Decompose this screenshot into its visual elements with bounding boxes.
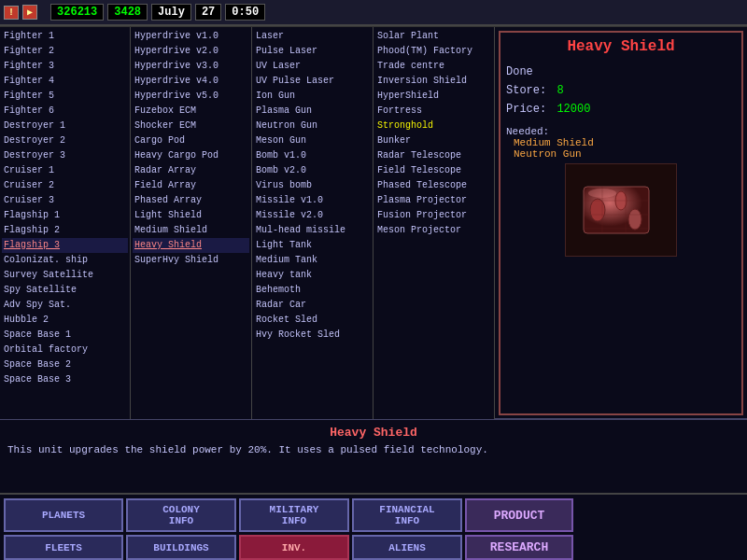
inv-button[interactable]: INV. [239,535,349,560]
ship-item[interactable]: Space Base 1 [2,328,128,343]
ship-item[interactable]: Destroyer 3 [2,148,128,163]
equipment-item[interactable]: Radar Array [133,163,249,178]
colony-info-button[interactable]: COLONYINFO [126,498,236,532]
financial-info-button[interactable]: FINANCIALINFO [352,498,462,532]
ship-item[interactable]: Cruiser 3 [2,193,128,208]
equipment-item[interactable]: Heavy Cargo Pod [133,148,249,163]
ship-item[interactable]: Spy Satellite [2,283,128,298]
weapon-item[interactable]: Neutron Gun [254,119,371,133]
weapon-item[interactable]: Missile v2.0 [254,208,371,223]
weapon-item[interactable]: Mul-head missile [254,223,371,238]
weapon-item[interactable]: Rocket Sled [254,313,371,328]
desc-title: Heavy Shield [7,426,740,440]
done-line: Done [506,63,736,81]
buildings-button[interactable]: BUILDINGS [126,535,236,560]
ship-item[interactable]: Flagship 2 [2,223,128,238]
weapon-item[interactable]: Heavy tank [254,268,371,283]
military-info-button[interactable]: MILITARYINFO [239,498,349,532]
weapon-item[interactable]: Laser [254,29,371,44]
planets-button[interactable]: PLANETS [4,498,123,532]
weapon-item[interactable]: Radar Car [254,298,371,313]
forward-button[interactable]: ▶ [22,5,37,20]
weapon-item[interactable]: Virus bomb [254,178,371,193]
weapon-item[interactable]: Medium Tank [254,253,371,268]
structure-item[interactable]: Plasma Projector [375,193,492,208]
ship-item[interactable]: Fighter 1 [2,29,128,44]
weapon-item[interactable]: UV Pulse Laser [254,74,371,89]
equipment-item[interactable]: SuperHvy Shield [133,253,249,268]
alert-button[interactable]: ! [4,6,19,20]
structure-item[interactable]: Fusion Projector [375,208,492,223]
equipment-item[interactable]: Hyperdrive v5.0 [133,89,249,104]
equipment-item[interactable]: Cargo Pod [133,133,249,148]
equipment-item[interactable]: Phased Array [133,193,249,208]
ship-item[interactable]: Destroyer 2 [2,133,128,148]
ship-item[interactable]: Colonizat. ship [2,253,128,268]
weapon-item[interactable]: Meson Gun [254,133,371,148]
weapon-item[interactable]: UV Laser [254,59,371,74]
product-button[interactable]: PRODUCT [465,498,573,532]
ship-item[interactable]: Fighter 3 [2,59,128,74]
ship-item[interactable]: Fighter 2 [2,44,128,59]
weapon-item[interactable]: Bomb v1.0 [254,148,371,163]
structure-item[interactable]: Radar Telescope [375,148,492,163]
fleets-button[interactable]: FLEETS [4,535,123,560]
equipment-item[interactable]: Heavy Shield [133,238,249,253]
weapons-list: LaserPulse LaserUV LaserUV Pulse LaserIo… [254,29,371,343]
structure-item[interactable]: Field Telescope [375,163,492,178]
weapon-item[interactable]: Behemoth [254,283,371,298]
structure-item[interactable]: Stronghold [375,119,492,133]
structure-item[interactable]: Inversion Shield [375,74,492,89]
structure-item[interactable]: Meson Projector [375,223,492,238]
equipment-item[interactable]: Shocker ECM [133,119,249,133]
ship-item[interactable]: Space Base 3 [2,372,128,387]
equipment-item[interactable]: Medium Shield [133,223,249,238]
needed-label: Needed: [506,126,736,137]
ship-item[interactable]: Destroyer 1 [2,119,128,133]
structure-item[interactable]: Solar Plant [375,29,492,44]
ship-item[interactable]: Flagship 1 [2,208,128,223]
ship-item[interactable]: Cruiser 1 [2,163,128,178]
structure-item[interactable]: Trade centre [375,59,492,74]
ship-item[interactable]: Fighter 5 [2,89,128,104]
structures-column: Solar PlantPhood(TM) FactoryTrade centre… [374,27,495,419]
equipment-item[interactable]: Hyperdrive v3.0 [133,59,249,74]
weapon-item[interactable]: Light Tank [254,238,371,253]
equipment-item[interactable]: Hyperdrive v4.0 [133,74,249,89]
research-button[interactable]: RESEARCH [465,535,573,560]
equipment-item[interactable]: Light Shield [133,208,249,223]
structure-item[interactable]: HyperShield [375,89,492,104]
ship-item[interactable]: Space Base 2 [2,357,128,372]
shield-svg [574,173,668,247]
structure-item[interactable]: Phood(TM) Factory [375,44,492,59]
weapon-item[interactable]: Ion Gun [254,89,371,104]
structure-item[interactable]: Phased Telescope [375,178,492,193]
price-line: Price: 12000 [506,100,736,119]
credits-display: 326213 [50,4,104,21]
ship-item[interactable]: Orbital factory [2,343,128,357]
production-display: 3428 [107,4,148,21]
ship-item[interactable]: Fighter 4 [2,74,128,89]
equipment-item[interactable]: Hyperdrive v2.0 [133,44,249,59]
equipment-item[interactable]: Hyperdrive v1.0 [133,29,249,44]
equipment-item[interactable]: Field Array [133,178,249,193]
ship-item[interactable]: Fighter 6 [2,104,128,119]
ship-item[interactable]: Adv Spy Sat. [2,298,128,313]
aliens-button[interactable]: ALIENS [352,535,462,560]
info-panel: Heavy Shield Done Store: 8 Price: 12000 … [499,31,743,415]
ship-item[interactable]: Hubble 2 [2,313,128,328]
ships-list: Fighter 1Fighter 2Fighter 3Fighter 4Figh… [2,29,128,387]
svg-point-1 [590,199,605,221]
structure-item[interactable]: Bunker [375,133,492,148]
ship-item[interactable]: Flagship 3 [2,238,128,253]
weapon-item[interactable]: Bomb v2.0 [254,163,371,178]
equipment-item[interactable]: Fuzebox ECM [133,104,249,119]
ship-item[interactable]: Cruiser 2 [2,178,128,193]
weapon-item[interactable]: Pulse Laser [254,44,371,59]
weapon-item[interactable]: Plasma Gun [254,104,371,119]
structure-item[interactable]: Fortress [375,104,492,119]
weapon-item[interactable]: Missile v1.0 [254,193,371,208]
weapon-item[interactable]: Hvy Rocket Sled [254,328,371,343]
ship-item[interactable]: Survey Satellite [2,268,128,283]
bottom-buttons: PLANETS COLONYINFO MILITARYINFO FINANCIA… [0,493,747,560]
